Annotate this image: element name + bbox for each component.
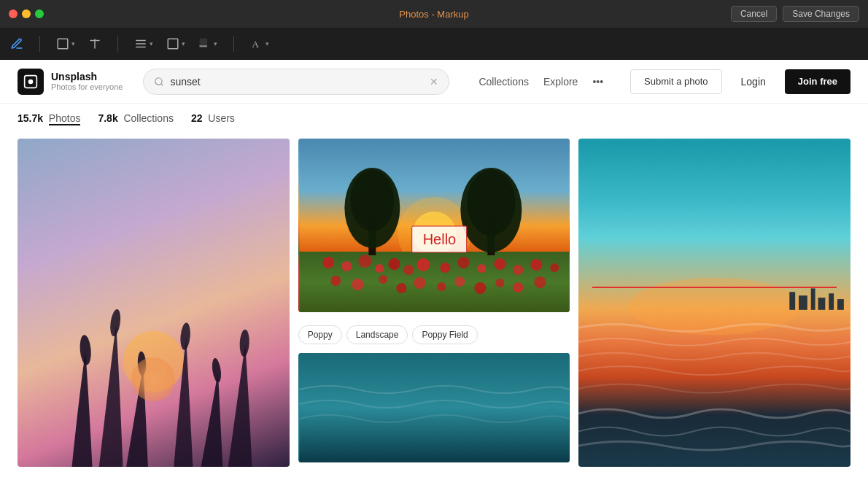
border-color-chevron: ▾ <box>182 40 185 47</box>
svg-rect-57 <box>578 142 850 463</box>
search-clear-icon[interactable]: ✕ <box>430 76 438 88</box>
tag-poppy-field[interactable]: Poppy Field <box>412 325 477 344</box>
font-tool[interactable]: A ▾ <box>250 37 269 50</box>
water-svg <box>298 353 570 462</box>
fill-color-chevron: ▾ <box>214 40 217 47</box>
svg-point-25 <box>322 257 334 268</box>
photo-sunset-grass[interactable] <box>18 139 290 467</box>
logo-name: Unsplash <box>51 71 123 83</box>
svg-point-45 <box>454 276 465 287</box>
stat-collections[interactable]: 7.8k Collections <box>98 112 174 124</box>
photo-teal-water[interactable] <box>298 353 570 462</box>
svg-rect-53 <box>487 219 495 255</box>
site-logo: Unsplash Photos for everyone <box>18 69 123 95</box>
nav-links: Collections Explore ••• <box>478 76 603 88</box>
svg-point-46 <box>474 282 486 294</box>
stat-photos[interactable]: 15.7k Photos <box>18 112 80 124</box>
ocean-svg <box>578 139 850 467</box>
svg-point-38 <box>550 263 559 272</box>
join-free-button[interactable]: Join free <box>785 69 850 94</box>
svg-rect-56 <box>299 353 569 462</box>
toolbar-sep-2 <box>117 36 118 52</box>
svg-point-19 <box>211 357 222 383</box>
nav-more[interactable]: ••• <box>592 76 603 88</box>
svg-rect-6 <box>168 39 178 49</box>
svg-point-42 <box>396 283 406 293</box>
border-color-tool[interactable]: ▾ <box>166 37 185 50</box>
svg-point-26 <box>341 261 352 271</box>
nav-collections[interactable]: Collections <box>478 76 528 88</box>
maximize-button[interactable] <box>35 9 44 18</box>
stats-bar: 15.7k Photos 7.8k Collections 22 Users <box>0 104 868 130</box>
grid-col-left <box>18 139 290 480</box>
svg-point-12 <box>155 77 162 84</box>
svg-line-13 <box>161 83 163 85</box>
shape-chevron: ▾ <box>71 40 75 47</box>
cancel-button[interactable]: Cancel <box>731 6 777 22</box>
svg-point-30 <box>403 265 414 275</box>
save-changes-button[interactable]: Save Changes <box>783 6 859 22</box>
website-container: Unsplash Photos for everyone ✕ Collectio… <box>0 60 868 496</box>
photo-ocean-sunset[interactable] <box>578 139 850 467</box>
svg-point-34 <box>477 264 486 273</box>
fill-color-tool[interactable]: ▾ <box>198 37 217 50</box>
submit-photo-button[interactable]: Submit a photo <box>630 69 721 94</box>
svg-point-51 <box>344 168 400 248</box>
svg-point-36 <box>513 265 523 275</box>
svg-rect-63 <box>829 293 834 310</box>
svg-rect-21 <box>299 139 569 312</box>
search-box[interactable]: ✕ <box>143 69 449 95</box>
svg-point-49 <box>534 276 546 288</box>
photo-poppy-field[interactable]: Hello <box>298 139 570 312</box>
svg-point-15 <box>79 335 92 365</box>
svg-rect-61 <box>811 288 815 309</box>
svg-rect-59 <box>790 292 796 310</box>
lines-chevron: ▾ <box>150 40 153 47</box>
minimize-button[interactable] <box>22 9 31 18</box>
toolbar: ▾ ▾ ▾ ▾ A ▾ <box>0 28 868 60</box>
title-highlight: Markup <box>437 9 468 20</box>
svg-point-27 <box>358 255 371 268</box>
svg-point-54 <box>460 168 522 252</box>
svg-point-44 <box>437 282 446 291</box>
svg-rect-7 <box>200 38 208 46</box>
svg-rect-62 <box>818 298 826 310</box>
photo-grid: Hello Poppy Landscape Poppy Field <box>0 130 868 489</box>
tag-landscape[interactable]: Landscape <box>346 325 408 344</box>
logo-tagline: Photos for everyone <box>51 82 123 92</box>
svg-point-47 <box>495 279 504 287</box>
toolbar-sep-1 <box>39 36 40 52</box>
svg-point-40 <box>352 279 363 290</box>
svg-point-37 <box>530 259 542 271</box>
grid-col-right <box>578 139 850 480</box>
title-text: Photos - <box>399 9 437 20</box>
poppy-svg <box>298 139 570 312</box>
svg-point-48 <box>513 282 523 292</box>
svg-point-17 <box>137 351 147 376</box>
close-button[interactable] <box>9 9 18 18</box>
svg-text:A: A <box>252 38 259 49</box>
svg-rect-0 <box>58 39 68 49</box>
svg-rect-60 <box>799 295 807 310</box>
title-bar-actions: Cancel Save Changes <box>731 6 859 22</box>
svg-point-52 <box>350 170 394 231</box>
nav-actions: Submit a photo Login Join free <box>630 69 850 94</box>
svg-point-16 <box>109 309 122 337</box>
traffic-lights <box>9 9 44 18</box>
nav-explore[interactable]: Explore <box>543 76 578 88</box>
svg-rect-64 <box>837 299 844 310</box>
login-button[interactable]: Login <box>729 69 778 94</box>
pen-tool[interactable] <box>10 37 23 50</box>
svg-rect-24 <box>299 252 569 312</box>
lines-tool[interactable]: ▾ <box>134 37 153 50</box>
title-bar: Photos - Markup Cancel Save Changes <box>0 0 868 28</box>
search-input[interactable] <box>170 76 424 88</box>
svg-point-18 <box>179 322 191 350</box>
text-tool[interactable] <box>88 37 101 50</box>
svg-point-33 <box>457 257 469 268</box>
tag-poppy[interactable]: Poppy <box>298 325 342 344</box>
shape-tool[interactable]: ▾ <box>56 37 75 50</box>
stat-users[interactable]: 22 Users <box>191 112 235 124</box>
svg-point-32 <box>440 263 450 273</box>
svg-point-28 <box>375 264 384 273</box>
